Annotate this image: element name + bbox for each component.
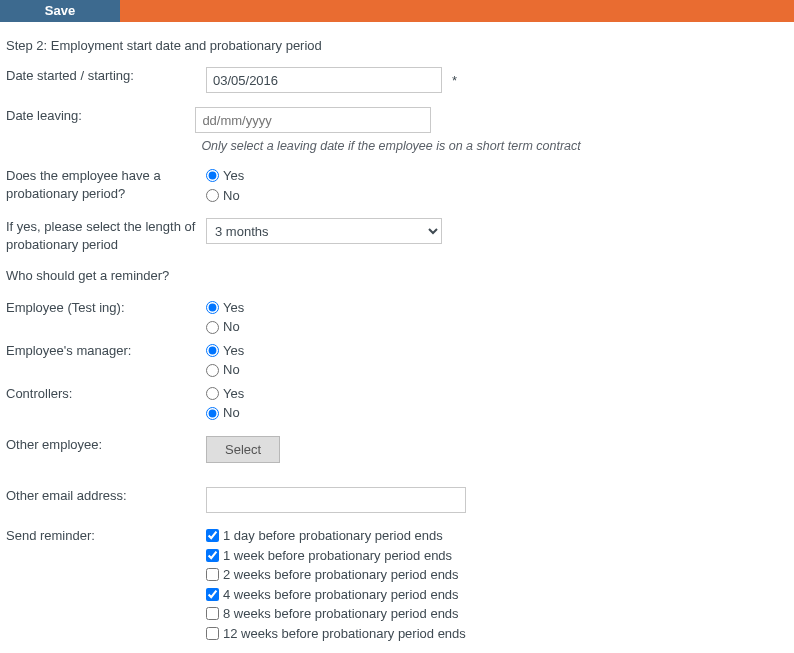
emp-test-no-radio[interactable] <box>206 321 219 334</box>
radio-label-no: No <box>223 361 240 379</box>
label-probation-length: If yes, please select the length of prob… <box>6 218 206 253</box>
label-other-email: Other email address: <box>6 487 206 505</box>
probation-no-option[interactable]: No <box>206 187 244 205</box>
reminder-checkbox-3[interactable] <box>206 588 219 601</box>
label-date-leaving: Date leaving: <box>6 107 195 125</box>
select-other-employee-button[interactable]: Select <box>206 436 280 463</box>
reminder-checkbox-4[interactable] <box>206 607 219 620</box>
reminder-option-5[interactable]: 12 weeks before probationary period ends <box>206 625 466 643</box>
reminder-label-0: 1 day before probationary period ends <box>223 527 443 545</box>
save-button[interactable]: Save <box>0 0 120 22</box>
reminder-label-3: 4 weeks before probationary period ends <box>223 586 459 604</box>
label-date-started: Date started / starting: <box>6 67 206 85</box>
reminder-label-1: 1 week before probationary period ends <box>223 547 452 565</box>
label-reminder-q: Who should get a reminder? <box>6 267 177 285</box>
reminder-option-3[interactable]: 4 weeks before probationary period ends <box>206 586 466 604</box>
label-emp-manager: Employee's manager: <box>6 342 206 360</box>
header-bar <box>120 0 794 22</box>
probation-no-radio[interactable] <box>206 189 219 202</box>
reminder-option-4[interactable]: 8 weeks before probationary period ends <box>206 605 466 623</box>
controllers-yes-radio[interactable] <box>206 387 219 400</box>
reminder-checkbox-2[interactable] <box>206 568 219 581</box>
date-leaving-hint: Only select a leaving date if the employ… <box>201 139 580 153</box>
emp-manager-no-option[interactable]: No <box>206 361 244 379</box>
emp-test-yes-radio[interactable] <box>206 301 219 314</box>
required-asterisk: * <box>452 73 457 88</box>
controllers-yes-option[interactable]: Yes <box>206 385 244 403</box>
radio-label-yes: Yes <box>223 167 244 185</box>
radio-label-yes: Yes <box>223 299 244 317</box>
emp-manager-yes-radio[interactable] <box>206 344 219 357</box>
emp-manager-yes-option[interactable]: Yes <box>206 342 244 360</box>
radio-label-yes: Yes <box>223 342 244 360</box>
label-controllers: Controllers: <box>6 385 206 403</box>
radio-label-yes: Yes <box>223 385 244 403</box>
label-probation-q: Does the employee have a probationary pe… <box>6 167 206 202</box>
reminder-checkbox-0[interactable] <box>206 529 219 542</box>
emp-manager-no-radio[interactable] <box>206 364 219 377</box>
reminder-options: 1 day before probationary period ends1 w… <box>206 527 466 642</box>
radio-label-no: No <box>223 187 240 205</box>
date-started-input[interactable] <box>206 67 442 93</box>
controllers-no-radio[interactable] <box>206 407 219 420</box>
date-leaving-input[interactable] <box>195 107 431 133</box>
emp-test-yes-option[interactable]: Yes <box>206 299 244 317</box>
probation-length-select[interactable]: 3 months <box>206 218 442 244</box>
emp-test-no-option[interactable]: No <box>206 318 244 336</box>
radio-label-no: No <box>223 404 240 422</box>
probation-yes-radio[interactable] <box>206 169 219 182</box>
reminder-option-1[interactable]: 1 week before probationary period ends <box>206 547 466 565</box>
reminder-label-4: 8 weeks before probationary period ends <box>223 605 459 623</box>
label-emp-test: Employee (Test ing): <box>6 299 206 317</box>
other-email-input[interactable] <box>206 487 466 513</box>
controllers-no-option[interactable]: No <box>206 404 244 422</box>
reminder-option-0[interactable]: 1 day before probationary period ends <box>206 527 466 545</box>
step-title: Step 2: Employment start date and probat… <box>6 38 788 53</box>
reminder-label-5: 12 weeks before probationary period ends <box>223 625 466 643</box>
label-other-employee: Other employee: <box>6 436 206 454</box>
reminder-option-2[interactable]: 2 weeks before probationary period ends <box>206 566 466 584</box>
radio-label-no: No <box>223 318 240 336</box>
probation-yes-option[interactable]: Yes <box>206 167 244 185</box>
reminder-label-2: 2 weeks before probationary period ends <box>223 566 459 584</box>
reminder-checkbox-5[interactable] <box>206 627 219 640</box>
reminder-checkbox-1[interactable] <box>206 549 219 562</box>
label-send-reminder: Send reminder: <box>6 527 206 545</box>
